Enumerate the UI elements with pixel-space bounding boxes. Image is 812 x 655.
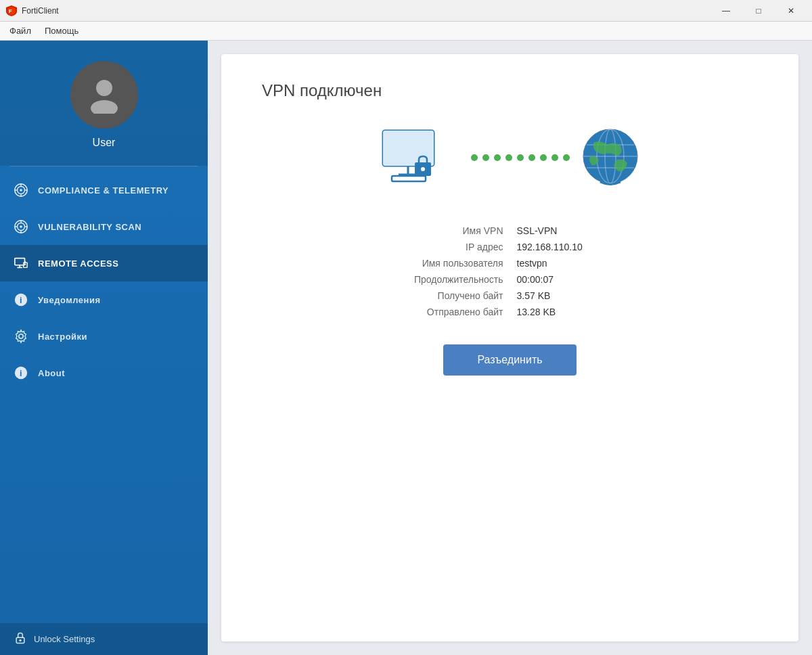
globe-icon <box>580 126 641 189</box>
app-icon: F <box>5 5 18 17</box>
username-info-value: testvpn <box>517 258 652 269</box>
minimize-button[interactable]: — <box>710 0 742 22</box>
sent-label: Отправлено байт <box>368 307 503 317</box>
svg-text:F: F <box>9 8 12 14</box>
sidebar-item-settings[interactable]: Настройки <box>0 318 208 355</box>
compliance-icon <box>14 183 28 198</box>
sent-value: 13.28 KB <box>517 307 652 317</box>
dot-2 <box>482 154 489 161</box>
dot-7 <box>540 154 547 161</box>
svg-point-36 <box>421 167 425 171</box>
app-title: FortiClient <box>22 6 710 16</box>
svg-point-2 <box>91 100 118 114</box>
vpn-name-label: Имя VPN <box>368 225 503 236</box>
vpn-info-table: Имя VPN SSL-VPN IP адрес 192.168.110.10 … <box>262 225 758 317</box>
compliance-label: COMPLIANCE & TELEMETRY <box>38 185 168 196</box>
svg-rect-34 <box>392 176 426 181</box>
svg-text:i: i <box>20 295 22 305</box>
user-profile: User <box>0 41 208 166</box>
remote-access-label: REMOTE ACCESS <box>38 258 118 269</box>
sidebar-item-vulnerability[interactable]: VULNERABILITY SCAN <box>0 208 208 245</box>
vpn-panel: VPN подключен <box>221 54 798 641</box>
dot-9 <box>563 154 570 161</box>
vpn-illustration <box>262 127 758 195</box>
remote-access-icon <box>14 256 28 271</box>
file-menu[interactable]: Файл <box>3 23 38 39</box>
connection-dots <box>461 154 580 161</box>
vpn-status-title: VPN подключен <box>262 81 758 100</box>
notifications-label: Уведомления <box>38 295 101 305</box>
about-label: About <box>38 368 65 378</box>
vpn-info-row-user: Имя пользователя testvpn <box>368 258 652 269</box>
maximize-button[interactable]: □ <box>743 0 774 22</box>
lock-icon <box>14 631 27 647</box>
close-button[interactable]: ✕ <box>775 0 807 22</box>
vpn-info-row-duration: Продолжительность 00:00:07 <box>368 274 652 285</box>
duration-label: Продолжительность <box>368 274 503 285</box>
sidebar-item-compliance[interactable]: COMPLIANCE & TELEMETRY <box>0 172 208 208</box>
settings-icon <box>14 329 28 344</box>
sidebar-item-remote-access[interactable]: REMOTE ACCESS <box>0 245 208 281</box>
sidebar: User COMPLIANCE & TELEME <box>0 41 208 655</box>
username-info-label: Имя пользователя <box>368 258 503 269</box>
dot-5 <box>517 154 524 161</box>
app-body: User COMPLIANCE & TELEME <box>0 41 812 655</box>
computer-lock-icon <box>380 127 461 195</box>
dot-3 <box>494 154 501 161</box>
svg-text:i: i <box>20 368 22 378</box>
menubar: Файл Помощь <box>0 22 812 41</box>
svg-point-29 <box>19 639 21 641</box>
svg-point-5 <box>20 189 22 191</box>
vpn-info-row-sent: Отправлено байт 13.28 KB <box>368 307 652 317</box>
disconnect-button[interactable]: Разъединить <box>443 344 576 376</box>
sidebar-nav: COMPLIANCE & TELEMETRY VULNERABILITY SC <box>0 166 208 623</box>
help-menu[interactable]: Помощь <box>38 23 85 39</box>
dot-6 <box>528 154 535 161</box>
duration-value: 00:00:07 <box>517 274 652 285</box>
vpn-info-row-received: Получено байт 3.57 KB <box>368 290 652 301</box>
svg-point-25 <box>19 334 23 338</box>
dot-4 <box>505 154 512 161</box>
settings-label: Настройки <box>38 332 87 342</box>
svg-point-12 <box>20 225 22 228</box>
ip-value: 192.168.110.10 <box>517 242 652 252</box>
unlock-settings-label: Unlock Settings <box>34 634 95 644</box>
vpn-info-row-name: Имя VPN SSL-VPN <box>368 225 652 236</box>
username-label: User <box>93 137 116 149</box>
vpn-name-value: SSL-VPN <box>517 225 652 236</box>
avatar <box>70 61 138 129</box>
dot-8 <box>551 154 558 161</box>
received-value: 3.57 KB <box>517 290 652 301</box>
main-content: VPN подключен <box>208 41 812 655</box>
notifications-icon: i <box>14 292 28 307</box>
vulnerability-icon <box>14 219 28 234</box>
svg-point-1 <box>96 80 112 96</box>
received-label: Получено байт <box>368 290 503 301</box>
vulnerability-label: VULNERABILITY SCAN <box>38 222 141 232</box>
unlock-settings-button[interactable]: Unlock Settings <box>0 623 208 655</box>
sidebar-item-about[interactable]: i About <box>0 355 208 391</box>
about-icon: i <box>14 365 28 380</box>
dot-1 <box>471 154 478 161</box>
vpn-info-row-ip: IP адрес 192.168.110.10 <box>368 242 652 252</box>
ip-label: IP адрес <box>368 242 503 252</box>
sidebar-item-notifications[interactable]: i Уведомления <box>0 281 208 318</box>
titlebar: F FortiClient — □ ✕ <box>0 0 812 22</box>
window-controls: — □ ✕ <box>710 0 807 22</box>
user-avatar-icon <box>84 73 125 116</box>
